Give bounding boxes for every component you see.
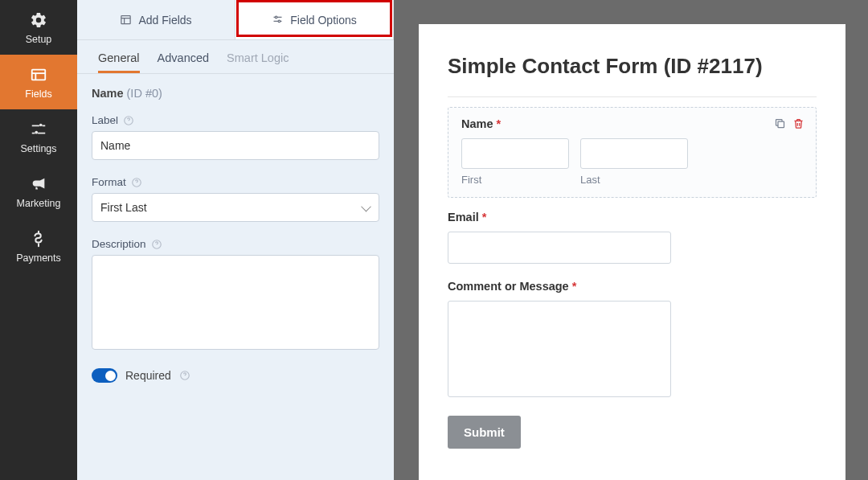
first-sub-label: First — [461, 174, 569, 186]
fields-icon — [30, 66, 47, 84]
sliders-icon — [30, 121, 47, 138]
sidebar-label: Setup — [26, 34, 52, 45]
first-name-col: First — [461, 138, 569, 186]
preview-message-field[interactable]: Comment or Message * — [448, 280, 817, 400]
sidebar-label: Settings — [20, 143, 56, 154]
email-input[interactable] — [448, 232, 671, 264]
grid-icon — [120, 14, 132, 26]
required-label: Required — [125, 369, 171, 382]
field-label: Email * — [448, 211, 817, 224]
last-sub-label: Last — [580, 174, 688, 186]
main-sidebar: Setup Fields Settings Marketing Payments — [0, 0, 77, 480]
sub-tab-smart-logic[interactable]: Smart Logic — [227, 51, 289, 73]
required-asterisk: * — [572, 280, 577, 293]
trash-icon[interactable] — [792, 117, 805, 129]
last-name-input[interactable] — [580, 138, 688, 169]
help-icon[interactable] — [123, 115, 134, 126]
option-label: Label — [92, 114, 379, 126]
svg-point-9 — [278, 20, 280, 23]
help-icon[interactable] — [151, 239, 162, 250]
sidebar-label: Marketing — [17, 198, 61, 209]
tab-label: Add Fields — [138, 14, 191, 27]
option-description-group: Description — [92, 238, 379, 352]
panel-body: Name (ID #0) Label Format First Last Des… — [77, 74, 394, 397]
format-select-wrap: First Last — [92, 193, 379, 222]
option-format-group: Format First Last — [92, 176, 379, 222]
dollar-icon — [30, 230, 47, 248]
required-asterisk: * — [482, 211, 487, 224]
submit-button[interactable]: Submit — [448, 416, 521, 449]
tab-field-options[interactable]: Field Options — [235, 0, 394, 40]
option-label: Format — [92, 176, 379, 188]
svg-point-7 — [276, 16, 278, 18]
panel-tabs: Add Fields Field Options — [77, 0, 394, 40]
options-icon — [272, 14, 284, 26]
help-icon[interactable] — [179, 370, 190, 381]
required-asterisk: * — [497, 117, 502, 130]
sidebar-item-fields[interactable]: Fields — [0, 55, 77, 109]
label-text: Label — [92, 114, 118, 126]
sub-tab-general[interactable]: General — [98, 51, 140, 73]
label-input[interactable] — [92, 131, 379, 160]
option-label: Description — [92, 238, 379, 250]
sidebar-item-marketing[interactable]: Marketing — [0, 164, 77, 219]
message-textarea[interactable] — [448, 301, 671, 397]
divider — [448, 96, 817, 97]
field-label: Comment or Message * — [448, 280, 817, 293]
required-toggle-row: Required — [92, 368, 379, 383]
format-select[interactable]: First Last — [92, 193, 379, 222]
name-sub-row: First Last — [461, 138, 803, 186]
sidebar-label: Fields — [25, 88, 51, 100]
description-textarea[interactable] — [92, 255, 379, 350]
sidebar-item-payments[interactable]: Payments — [0, 219, 77, 273]
duplicate-icon[interactable] — [774, 117, 786, 129]
field-actions — [774, 117, 805, 129]
first-name-input[interactable] — [461, 138, 569, 169]
last-name-col: Last — [580, 138, 688, 186]
label-text: Name — [461, 117, 493, 130]
sub-tabs: General Advanced Smart Logic — [77, 40, 394, 74]
bullhorn-icon — [30, 175, 47, 193]
option-label-group: Label — [92, 114, 379, 160]
field-id: (ID #0) — [127, 87, 162, 100]
preview-name-field[interactable]: Name * First Last — [448, 107, 817, 198]
preview-canvas: Simple Contact Form (ID #2117) Name * Fi… — [396, 0, 868, 480]
label-text: Format — [92, 176, 126, 188]
form-card: Simple Contact Form (ID #2117) Name * Fi… — [419, 24, 845, 480]
sidebar-item-setup[interactable]: Setup — [0, 0, 77, 55]
svg-rect-0 — [32, 70, 46, 80]
form-title: Simple Contact Form (ID #2117) — [448, 53, 817, 80]
sidebar-item-settings[interactable]: Settings — [0, 109, 77, 164]
label-text: Description — [92, 238, 146, 250]
svg-rect-14 — [778, 121, 784, 128]
tab-add-fields[interactable]: Add Fields — [77, 0, 235, 40]
field-label: Name * — [461, 117, 803, 130]
help-icon[interactable] — [131, 177, 142, 188]
sub-tab-advanced[interactable]: Advanced — [158, 51, 210, 73]
preview-email-field[interactable]: Email * — [448, 211, 817, 264]
label-text: Email — [448, 211, 479, 224]
gear-icon — [30, 11, 47, 29]
options-panel: Add Fields Field Options General Advance… — [77, 0, 396, 480]
sidebar-label: Payments — [16, 252, 61, 264]
field-title: Name (ID #0) — [92, 87, 379, 100]
required-toggle[interactable] — [92, 368, 117, 383]
svg-rect-3 — [121, 16, 130, 24]
tab-label: Field Options — [290, 14, 356, 27]
label-text: Comment or Message — [448, 280, 569, 293]
field-name: Name — [92, 87, 124, 100]
